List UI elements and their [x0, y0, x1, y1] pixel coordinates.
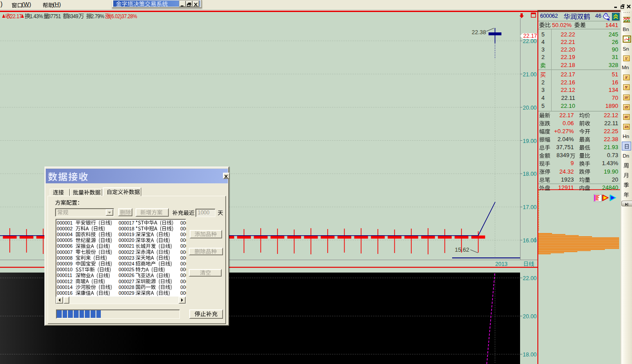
svg-text:15.62: 15.62 — [455, 246, 469, 253]
svg-text:22.38: 22.38 — [472, 29, 486, 36]
svg-text:2013: 2013 — [495, 261, 508, 267]
